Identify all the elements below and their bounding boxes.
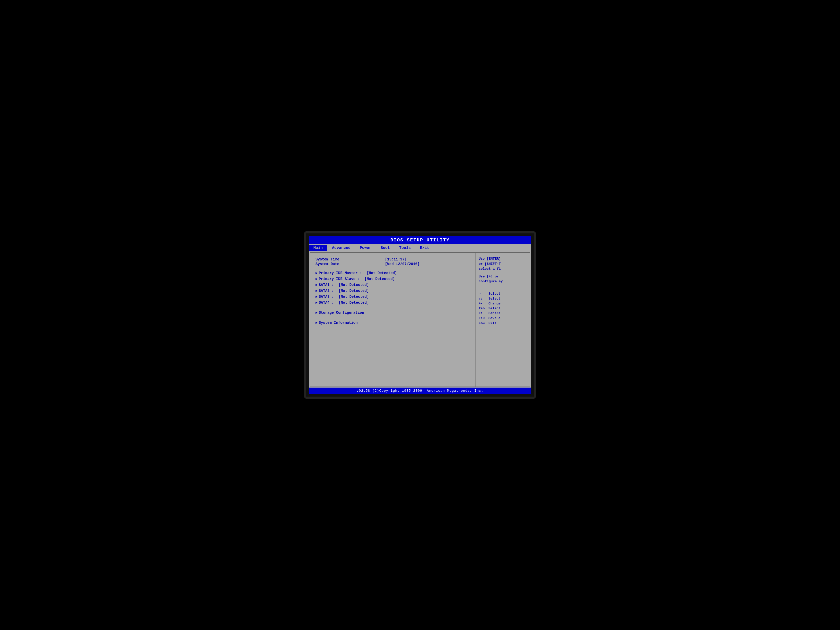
keybind-row-arrows-lr: ↔ Select	[479, 292, 527, 296]
sata3-colon: :	[329, 295, 336, 299]
main-panel: System Time [13:11:37] System Date [Wed …	[310, 253, 475, 387]
sata1-colon: :	[329, 283, 336, 287]
help-line4: Use [+] or	[479, 274, 527, 279]
system-info-label: System Information	[319, 321, 357, 325]
sata2-label: SATA2	[319, 289, 329, 293]
sata3-label: SATA3	[319, 295, 329, 299]
help-text-block2: Use [+] or configure sy	[479, 274, 527, 284]
sata1-value: [Not Detected]	[339, 283, 369, 287]
footer-text: v02.58 (C)Copyright 1985-2009, American …	[357, 389, 483, 393]
keybind-row-arrows-ud: ↑↓ Select	[479, 297, 527, 301]
menu-item-advanced[interactable]: Advanced	[327, 245, 355, 251]
storage-config-label: Storage Configuration	[319, 311, 364, 315]
title-text: BIOS SETUP UTILITY	[390, 238, 450, 243]
key-plusminus: +-	[479, 302, 488, 305]
keybind-section: ↔ Select ↑↓ Select +- Change Tab Select	[479, 292, 527, 325]
help-line2: or [SHIFT-T	[479, 262, 527, 267]
arrow-icon-sata3: ▶	[316, 294, 317, 299]
sata3-row[interactable]: ▶ SATA3 : [Not Detected]	[316, 294, 470, 299]
primary-ide-master-row[interactable]: ▶ Primary IDE Master : [Not Detected]	[316, 271, 470, 275]
bios-screen: BIOS SETUP UTILITY Main Advanced Power B…	[309, 236, 531, 394]
sata4-label: SATA4	[319, 301, 329, 305]
primary-ide-slave-row[interactable]: ▶ Primary IDE Slave : [Not Detected]	[316, 277, 470, 281]
keybind-row-f10: F10 Save a	[479, 316, 527, 320]
key-lr-desc: Select	[488, 292, 501, 296]
system-time-row: System Time [13:11:37]	[316, 257, 470, 262]
key-plusminus-desc: Change	[488, 302, 501, 305]
menu-item-exit[interactable]: Exit	[415, 245, 434, 251]
sata2-colon: :	[329, 289, 336, 293]
help-panel: Use [ENTER] or [SHIFT-T select a fi Use …	[475, 253, 530, 387]
system-info-row[interactable]: ▶ System Information	[316, 321, 470, 325]
arrow-icon-ide-master: ▶	[316, 271, 317, 275]
system-date-value[interactable]: [Wed 12/07/2016]	[385, 262, 420, 266]
menu-item-tools[interactable]: Tools	[395, 245, 415, 251]
ide-slave-colon: :	[355, 277, 362, 281]
key-tab: Tab	[479, 306, 488, 310]
sata1-label: SATA1	[319, 283, 329, 287]
key-lr-arrows: ↔	[479, 292, 488, 296]
arrow-icon-sysinfo: ▶	[316, 321, 317, 325]
key-f10-desc: Save a	[488, 316, 501, 320]
arrow-icon-sata2: ▶	[316, 289, 317, 293]
menu-item-boot[interactable]: Boot	[376, 245, 395, 251]
key-f1-desc: Genera	[488, 311, 501, 315]
help-line5: configure sy	[479, 279, 527, 284]
sata2-row[interactable]: ▶ SATA2 : [Not Detected]	[316, 289, 470, 293]
content-area: System Time [13:11:37] System Date [Wed …	[310, 252, 530, 387]
key-ud-desc: Select	[488, 297, 501, 301]
key-f10: F10	[479, 316, 488, 320]
keybind-row-tab: Tab Select	[479, 306, 527, 310]
ide-master-value: [Not Detected]	[367, 271, 397, 275]
keybind-row-esc: ESC Exit	[479, 321, 527, 325]
menu-item-power[interactable]: Power	[355, 245, 376, 251]
sata1-row[interactable]: ▶ SATA1 : [Not Detected]	[316, 283, 470, 287]
help-line3: select a fi	[479, 266, 527, 272]
sata2-value: [Not Detected]	[339, 289, 369, 293]
ide-master-label: Primary IDE Master	[319, 271, 357, 275]
ide-slave-label: Primary IDE Slave	[319, 277, 355, 281]
arrow-icon-sata4: ▶	[316, 300, 317, 305]
sata3-value: [Not Detected]	[339, 295, 369, 299]
title-bar: BIOS SETUP UTILITY	[309, 236, 531, 244]
key-f1: F1	[479, 311, 488, 315]
arrow-icon-ide-slave: ▶	[316, 277, 317, 281]
ide-slave-value: [Not Detected]	[365, 277, 395, 281]
footer-bar: v02.58 (C)Copyright 1985-2009, American …	[309, 388, 531, 394]
keybind-row-f1: F1 Genera	[479, 311, 527, 315]
system-time-label: System Time	[316, 257, 382, 262]
sata4-row[interactable]: ▶ SATA4 : [Not Detected]	[316, 300, 470, 305]
monitor: BIOS SETUP UTILITY Main Advanced Power B…	[304, 231, 536, 399]
system-time-value[interactable]: [13:11:37]	[385, 257, 407, 262]
key-esc-desc: Exit	[488, 321, 496, 325]
menu-bar: Main Advanced Power Boot Tools Exit	[309, 244, 531, 252]
sata4-value: [Not Detected]	[339, 301, 369, 305]
storage-config-row[interactable]: ▶ Storage Configuration	[316, 310, 470, 315]
key-tab-desc: Select	[488, 306, 501, 310]
arrow-icon-sata1: ▶	[316, 283, 317, 287]
keybind-row-plusminus: +- Change	[479, 302, 527, 305]
menu-item-main[interactable]: Main	[309, 245, 327, 251]
sata4-colon: :	[329, 301, 336, 305]
ide-master-colon: :	[358, 271, 364, 275]
system-date-label: System Date	[316, 262, 382, 266]
key-esc: ESC	[479, 321, 488, 325]
key-ud-arrows: ↑↓	[479, 297, 488, 301]
help-line1: Use [ENTER]	[479, 256, 527, 262]
system-date-row: System Date [Wed 12/07/2016]	[316, 262, 470, 266]
arrow-icon-storage: ▶	[316, 310, 317, 315]
help-text-block: Use [ENTER] or [SHIFT-T select a fi	[479, 256, 527, 272]
